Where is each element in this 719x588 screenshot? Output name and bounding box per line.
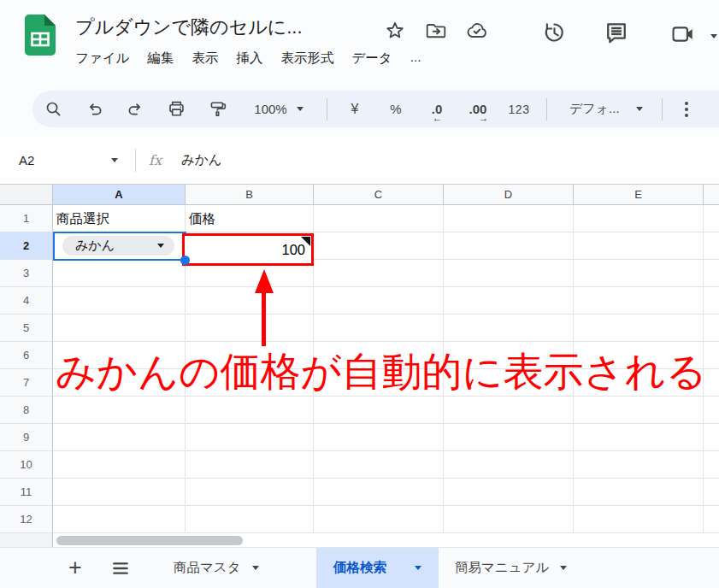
zoom-value: 100% — [254, 102, 286, 116]
row-header-7[interactable]: 7 — [0, 369, 53, 397]
sheet-tab-caret-icon — [415, 566, 421, 570]
formula-bar-divider — [135, 149, 136, 172]
row-header-6[interactable]: 6 — [0, 342, 53, 369]
print-icon[interactable] — [156, 91, 197, 127]
sheet-tab-label: 価格検索 — [333, 559, 386, 577]
toolbar-row: 100% ¥ % .0← .00→ 123 デフォ... — [0, 82, 719, 137]
select-all-corner[interactable] — [0, 185, 53, 205]
row-header-9[interactable]: 9 — [0, 424, 53, 451]
cell-a1[interactable]: 商品選択 — [56, 205, 183, 232]
right-arrow-icon: → — [478, 112, 488, 124]
row-header-12[interactable]: 12 — [0, 506, 53, 533]
row-header-2[interactable]: 2 — [0, 232, 53, 260]
video-call-caret-icon[interactable] — [710, 34, 717, 38]
column-header-c[interactable]: C — [314, 185, 444, 205]
format-currency-button[interactable]: ¥ — [334, 91, 375, 127]
menu-data[interactable]: データ — [351, 50, 392, 68]
row-header-8[interactable]: 8 — [0, 397, 53, 424]
decrease-decimal-button[interactable]: .0← — [416, 91, 457, 127]
column-header-a[interactable]: A — [53, 185, 186, 205]
column-header-partial[interactable] — [704, 185, 719, 205]
scrollbar-thumb[interactable] — [56, 536, 243, 545]
undo-icon[interactable] — [74, 91, 115, 127]
paint-format-icon[interactable] — [197, 91, 238, 127]
cell-b1[interactable]: 価格 — [189, 205, 311, 232]
column-header-b[interactable]: B — [186, 185, 314, 205]
fill-handle[interactable] — [180, 256, 190, 265]
sheet-tab-caret-icon — [560, 566, 567, 570]
add-sheet-button[interactable]: + — [60, 548, 91, 588]
document-title[interactable]: プルダウンで隣のセルに... — [75, 15, 303, 40]
sheet-tab-caret-icon — [252, 566, 259, 570]
horizontal-scrollbar[interactable] — [0, 533, 719, 547]
formula-bar: A2 fx みかん — [0, 137, 719, 185]
star-icon[interactable] — [384, 19, 406, 41]
row-header-11[interactable]: 11 — [0, 479, 53, 506]
titlebar: プルダウンで隣のセルに... — [0, 0, 719, 82]
search-icon[interactable] — [32, 91, 74, 127]
zoom-selector[interactable]: 100% — [238, 91, 320, 127]
row-header-5[interactable]: 5 — [0, 315, 53, 342]
cell-a2-selected[interactable]: みかん — [53, 232, 186, 261]
menu-overflow[interactable]: ... — [410, 50, 421, 68]
row-header-4[interactable]: 4 — [0, 287, 53, 315]
zoom-caret-icon — [297, 107, 304, 111]
menu-insert[interactable]: 挿入 — [236, 50, 262, 68]
sheet-tab-master[interactable]: 商品マスタ — [174, 548, 259, 588]
column-header-e[interactable]: E — [574, 185, 704, 205]
redo-icon[interactable] — [115, 91, 156, 127]
font-caret-icon — [636, 107, 643, 111]
increase-decimal-button[interactable]: .00→ — [457, 91, 498, 127]
dropdown-caret-icon — [157, 244, 164, 248]
cell-reference: A2 — [19, 153, 34, 168]
toolbar: 100% ¥ % .0← .00→ 123 デフォ... — [32, 91, 719, 127]
cell-b2-highlighted[interactable]: 100 — [182, 233, 314, 266]
toolbar-divider — [546, 98, 547, 121]
sheet-tab-manual[interactable]: 簡易マニュアル — [455, 548, 567, 588]
row-header-3[interactable]: 3 — [0, 260, 53, 287]
name-box[interactable]: A2 — [9, 137, 128, 184]
comments-icon[interactable] — [604, 20, 629, 45]
sheet-tabbar: + 商品マスタ 価格検索 簡易マニュアル — [0, 547, 719, 588]
version-history-icon[interactable] — [541, 20, 567, 45]
scrollbar-corner — [0, 533, 53, 547]
menu-file[interactable]: ファイル — [75, 50, 129, 68]
menubar: ファイル 編集 表示 挿入 表示形式 データ ... — [75, 50, 421, 68]
video-call-icon[interactable] — [669, 22, 697, 46]
column-header-d[interactable]: D — [444, 185, 574, 205]
fx-icon: fx — [149, 137, 162, 184]
menu-view[interactable]: 表示 — [192, 50, 218, 68]
menu-format[interactable]: 表示形式 — [280, 50, 333, 68]
menu-edit[interactable]: 編集 — [147, 50, 174, 68]
format-percent-button[interactable]: % — [375, 91, 416, 127]
formula-input[interactable]: みかん — [181, 137, 222, 184]
note-marker-icon — [301, 237, 310, 246]
sheet-tab-label: 簡易マニュアル — [455, 559, 549, 577]
move-to-folder-icon[interactable] — [425, 20, 447, 42]
dropdown-chip[interactable]: みかん — [62, 236, 174, 256]
dropdown-value: みかん — [75, 238, 115, 254]
toolbar-divider — [327, 98, 327, 121]
more-options-icon[interactable] — [669, 91, 704, 127]
sheet-tab-price-search-active[interactable]: 価格検索 — [316, 548, 439, 588]
row-header-10[interactable]: 10 — [0, 451, 53, 479]
name-box-caret-icon — [111, 158, 118, 162]
left-arrow-icon: ← — [433, 112, 443, 124]
sheet-tab-label: 商品マスタ — [174, 559, 241, 577]
spreadsheet-grid: A B C D E 1 2 3 4 5 6 7 8 9 10 11 12 商品選… — [0, 185, 719, 533]
font-selector[interactable]: デフォ... — [554, 91, 655, 127]
google-sheets-app: プルダウンで隣のセルに... — [0, 0, 719, 588]
font-name: デフォ... — [569, 101, 620, 117]
cloud-saved-icon[interactable] — [465, 20, 488, 43]
annotation-arrow-shaft — [262, 291, 266, 346]
all-sheets-menu-icon[interactable] — [109, 557, 132, 583]
annotation-text: みかんの価格が自動的に表示される — [56, 345, 707, 399]
annotation-arrowhead-icon — [255, 269, 274, 293]
toolbar-divider — [662, 98, 663, 121]
row-header-1[interactable]: 1 — [0, 205, 53, 232]
number-format-button[interactable]: 123 — [498, 91, 539, 127]
sheets-logo-icon[interactable] — [23, 14, 57, 56]
